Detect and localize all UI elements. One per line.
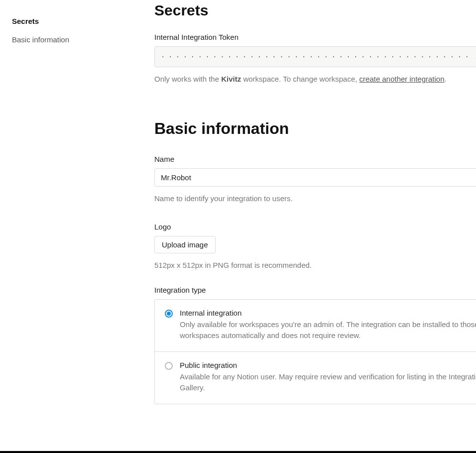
token-help-text: Only works with the Kivitz workspace. To… (154, 73, 476, 85)
radio-unselected-icon (165, 362, 173, 370)
name-input[interactable] (154, 168, 476, 187)
basic-info-heading: Basic information (154, 119, 476, 138)
radio-selected-icon (165, 310, 173, 318)
name-label: Name (154, 155, 476, 163)
integration-type-label: Integration type (154, 286, 476, 294)
name-help-text: Name to identify your integration to use… (154, 193, 476, 204)
option-description: Available for any Notion user. May requi… (180, 371, 476, 394)
option-title: Internal integration (180, 309, 476, 317)
option-description: Only available for workspaces you're an … (180, 319, 476, 341)
secrets-heading: Secrets (154, 2, 476, 19)
upload-image-button[interactable]: Upload image (154, 236, 216, 253)
bottom-border (0, 451, 476, 453)
integration-type-group: Internal integration Only available for … (154, 299, 476, 404)
sidebar: Secrets Basic information (0, 0, 129, 453)
logo-label: Logo (154, 223, 476, 231)
token-label: Internal Integration Token (154, 33, 476, 41)
token-masked-value: · · · · · · · · · · · · · · · · · · · · … (162, 52, 470, 61)
integration-type-public[interactable]: Public integration Available for any Not… (155, 352, 476, 404)
option-title: Public integration (180, 361, 476, 369)
sidebar-item-basic-information[interactable]: Basic information (12, 34, 118, 45)
create-another-integration-link[interactable]: create another integration (359, 75, 445, 83)
token-field: · · · · · · · · · · · · · · · · · · · · … (154, 46, 476, 67)
logo-help-text: 512px x 512px in PNG format is recommend… (154, 259, 476, 271)
workspace-name: Kivitz (221, 75, 241, 83)
sidebar-item-secrets[interactable]: Secrets (12, 16, 118, 26)
integration-type-internal[interactable]: Internal integration Only available for … (155, 300, 476, 352)
main-content: Secrets Internal Integration Token · · ·… (129, 0, 476, 453)
